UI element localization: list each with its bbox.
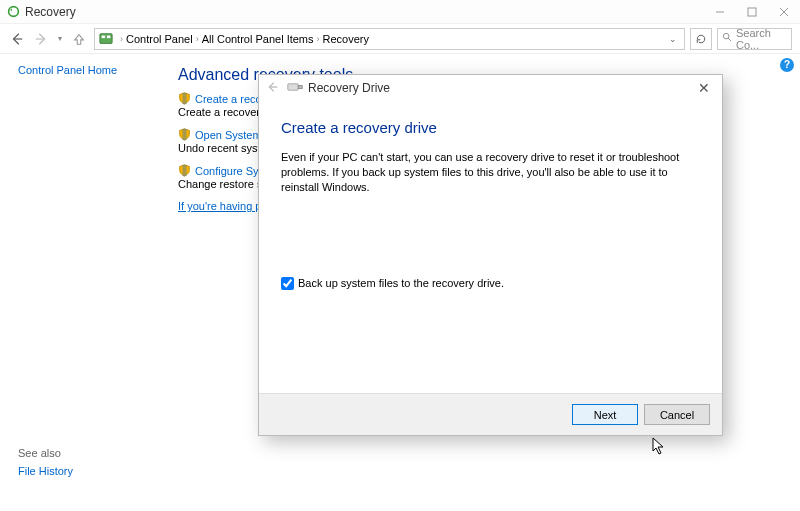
usb-drive-icon (287, 82, 303, 94)
dialog-heading: Create a recovery drive (281, 119, 700, 136)
backup-checkbox-input[interactable] (281, 277, 294, 290)
recovery-app-icon (6, 5, 20, 19)
nav-bar: ▾ › Control Panel › All Control Panel It… (0, 24, 800, 54)
up-button[interactable] (72, 32, 86, 46)
svg-rect-9 (107, 35, 111, 38)
search-icon (722, 32, 733, 45)
svg-rect-2 (748, 8, 756, 16)
window-title: Recovery (25, 5, 76, 19)
control-panel-icon (99, 32, 113, 46)
svg-point-10 (723, 33, 729, 39)
dialog-body-text: Even if your PC can't start, you can use… (281, 150, 700, 195)
breadcrumb-item[interactable]: Control Panel (126, 33, 193, 45)
file-history-link[interactable]: File History (18, 465, 73, 477)
minimize-button[interactable] (704, 1, 736, 23)
backup-system-files-checkbox[interactable]: Back up system files to the recovery dri… (281, 277, 700, 290)
checkbox-label: Back up system files to the recovery dri… (298, 277, 504, 289)
breadcrumb-item[interactable]: Recovery (323, 33, 369, 45)
svg-rect-14 (298, 85, 302, 88)
dialog-back-button[interactable] (265, 80, 279, 96)
recent-dropdown-icon[interactable]: ▾ (58, 34, 62, 43)
search-placeholder: Search Co... (736, 27, 787, 51)
cancel-button[interactable]: Cancel (644, 404, 710, 425)
sidebar: Control Panel Home See also File History (0, 54, 168, 511)
help-icon[interactable]: ? (780, 58, 794, 72)
dialog-title: Recovery Drive (308, 81, 390, 95)
forward-button[interactable] (34, 32, 48, 46)
svg-point-0 (8, 7, 18, 17)
shield-icon (178, 164, 191, 177)
back-button[interactable] (10, 32, 24, 46)
svg-line-11 (728, 38, 731, 41)
maximize-button[interactable] (736, 1, 768, 23)
svg-rect-8 (102, 35, 106, 38)
address-dropdown-icon[interactable]: ⌄ (666, 34, 680, 44)
search-input[interactable]: Search Co... (717, 28, 792, 50)
svg-rect-7 (100, 33, 112, 43)
dialog-close-button[interactable]: ✕ (692, 78, 716, 98)
sidebar-home-link[interactable]: Control Panel Home (18, 64, 168, 76)
shield-icon (178, 128, 191, 141)
see-also-heading: See also (18, 447, 73, 459)
svg-rect-13 (288, 84, 298, 90)
recovery-drive-dialog: Recovery Drive ✕ Create a recovery drive… (258, 74, 723, 436)
shield-icon (178, 92, 191, 105)
close-window-button[interactable] (768, 1, 800, 23)
breadcrumb-item[interactable]: All Control Panel Items (202, 33, 314, 45)
address-bar[interactable]: › Control Panel › All Control Panel Item… (94, 28, 685, 50)
next-button[interactable]: Next (572, 404, 638, 425)
title-bar: Recovery (0, 0, 800, 24)
refresh-button[interactable] (690, 28, 712, 50)
